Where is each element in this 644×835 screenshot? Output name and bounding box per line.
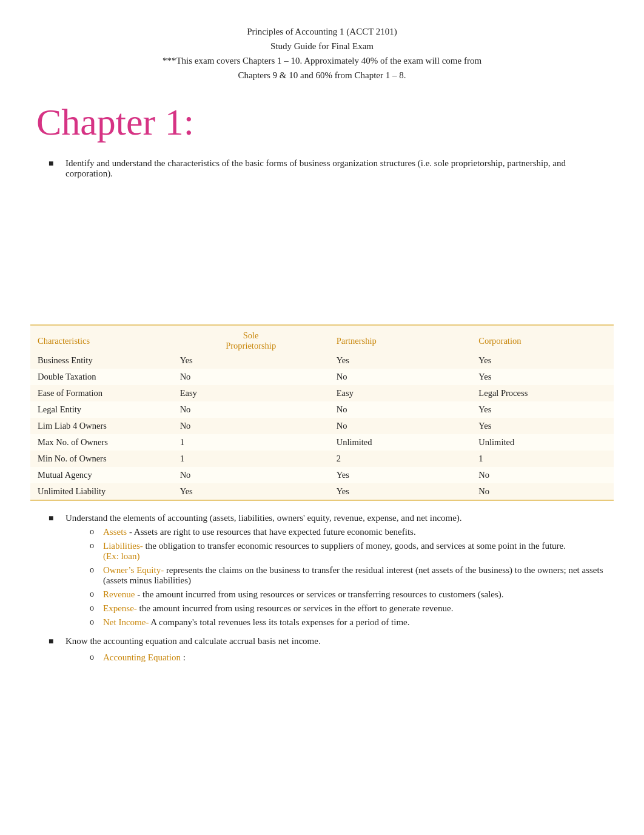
sub-bullet-item-1: oLiabilities- the obligation to transfer… bbox=[90, 541, 608, 562]
bullet-2-item: ■ Understand the elements of accounting … bbox=[49, 513, 608, 630]
sub-bullet-symbol-1: o bbox=[90, 541, 103, 551]
table-row: Max No. of Owners1UnlimitedUnlimited bbox=[30, 434, 614, 451]
row-partnership: No bbox=[329, 401, 472, 418]
sub-bullet-exloan-1: (Ex: loan) bbox=[103, 551, 139, 561]
bullet-2-intro: Understand the elements of accounting (a… bbox=[65, 513, 462, 523]
sub-bullet-suffix-0: - Assets are right to use resources that… bbox=[127, 527, 416, 537]
characteristics-table-wrapper: Characteristics Sole Proprietorship Part… bbox=[30, 324, 614, 501]
sub-bullet-symbol-5: o bbox=[90, 617, 103, 627]
bullet-1-item: ■ Identify and understand the characteri… bbox=[49, 158, 608, 179]
sub-bullet-body-4: the amount incurred from using resources… bbox=[137, 603, 454, 613]
sub-bullet-text-2: Owner’s Equity- represents the claims on… bbox=[103, 565, 608, 586]
sub-bullet-body-1: the obligation to transfer economic reso… bbox=[143, 541, 566, 551]
row-partnership: 2 bbox=[329, 451, 472, 467]
col-header-sole: Sole Proprietorship bbox=[173, 326, 329, 352]
bullet-3-item: ■ Know the accounting equation and calcu… bbox=[49, 636, 608, 646]
spacer bbox=[36, 185, 608, 306]
row-label: Mutual Agency bbox=[30, 467, 173, 483]
header-line1: Principles of Accounting 1 (ACCT 2101) bbox=[36, 24, 608, 39]
row-partnership: Yes bbox=[329, 467, 472, 483]
sub-bullet-text-1: Liabilities- the obligation to transfer … bbox=[103, 541, 608, 562]
row-label: Legal Entity bbox=[30, 401, 173, 418]
row-corporation: Yes bbox=[471, 352, 614, 369]
header-line4: Chapters 9 & 10 and 60% from Chapter 1 –… bbox=[36, 68, 608, 82]
sub-bullet-label-3: Revenue bbox=[103, 589, 135, 599]
bullet-3-text: Know the accounting equation and calcula… bbox=[65, 636, 608, 646]
row-corporation: 1 bbox=[471, 451, 614, 467]
sub-bullet-label-5: Net Income- bbox=[103, 617, 149, 627]
row-label: Unlimited Liability bbox=[30, 483, 173, 500]
bullet-2-symbol: ■ bbox=[49, 514, 65, 523]
table-row: Business EntityYesYesYes bbox=[30, 352, 614, 369]
sub-bullet-label-2: Owner’s Equity- bbox=[103, 565, 164, 575]
accounting-equation-text: Accounting Equation : bbox=[103, 652, 608, 663]
row-partnership: No bbox=[329, 369, 472, 385]
row-sole: No bbox=[173, 369, 329, 385]
row-sole: Yes bbox=[173, 352, 329, 369]
row-corporation: Yes bbox=[471, 369, 614, 385]
row-corporation: No bbox=[471, 483, 614, 500]
sub-bullet-text-5: Net Income- A company's total revenues l… bbox=[103, 617, 608, 628]
sub-bullet-label-0: Assets bbox=[103, 527, 127, 537]
row-label: Ease of Formation bbox=[30, 385, 173, 401]
sub-bullet-symbol-0: o bbox=[90, 527, 103, 537]
sub-bullet-label-1: Liabilities- bbox=[103, 541, 143, 551]
row-corporation: Legal Process bbox=[471, 385, 614, 401]
sub-bullet-item-2: oOwner’s Equity- represents the claims o… bbox=[90, 565, 608, 586]
table-row: Ease of FormationEasyEasyLegal Process bbox=[30, 385, 614, 401]
chapter-title: Chapter 1: bbox=[36, 101, 608, 144]
col-header-corporation: Corporation bbox=[471, 326, 614, 352]
sub-bullet-symbol-4: o bbox=[90, 603, 103, 613]
row-sole: 1 bbox=[173, 434, 329, 451]
row-sole: Yes bbox=[173, 483, 329, 500]
sub-bullet-symbol-2: o bbox=[90, 565, 103, 575]
header-line3: ***This exam covers Chapters 1 – 10. App… bbox=[36, 53, 608, 68]
accounting-equation-suffix: : bbox=[181, 652, 186, 662]
row-sole: No bbox=[173, 467, 329, 483]
accounting-equation-label: Accounting Equation bbox=[103, 652, 181, 662]
accounting-equation-subbullet: o Accounting Equation : bbox=[90, 652, 608, 663]
header-line2: Study Guide for Final Exam bbox=[36, 39, 608, 53]
row-corporation: Yes bbox=[471, 418, 614, 434]
bullet-2-text: Understand the elements of accounting (a… bbox=[65, 513, 608, 630]
table-row: Min No. of Owners121 bbox=[30, 451, 614, 467]
bullet-1-section: ■ Identify and understand the characteri… bbox=[49, 158, 608, 179]
row-corporation: Yes bbox=[471, 401, 614, 418]
row-partnership: Yes bbox=[329, 352, 472, 369]
row-sole: No bbox=[173, 418, 329, 434]
row-sole: Easy bbox=[173, 385, 329, 401]
row-sole: No bbox=[173, 401, 329, 418]
table-row: Mutual AgencyNoYesNo bbox=[30, 467, 614, 483]
row-sole: 1 bbox=[173, 451, 329, 467]
sub-bullets-container: oAssets - Assets are right to use resour… bbox=[65, 527, 608, 628]
sub-bullet-text-4: Expense- the amount incurred from using … bbox=[103, 603, 608, 614]
row-corporation: Unlimited bbox=[471, 434, 614, 451]
row-partnership: Yes bbox=[329, 483, 472, 500]
sub-bullet-suffix-3: - the amount incurred from using resourc… bbox=[135, 589, 503, 599]
row-label: Business Entity bbox=[30, 352, 173, 369]
table-row: Lim Liab 4 OwnersNoNoYes bbox=[30, 418, 614, 434]
sub-bullet-label-4: Expense- bbox=[103, 603, 137, 613]
row-corporation: No bbox=[471, 467, 614, 483]
bullet-3-section: ■ Know the accounting equation and calcu… bbox=[49, 636, 608, 663]
sub-bullet-item-3: oRevenue - the amount incurred from usin… bbox=[90, 589, 608, 600]
row-label: Min No. of Owners bbox=[30, 451, 173, 467]
sub-bullet-body-2: represents the claims on the business to… bbox=[103, 565, 603, 585]
sub-bullet-3-symbol: o bbox=[90, 652, 103, 662]
bullet-3-symbol: ■ bbox=[49, 637, 65, 646]
sub-bullet-text-3: Revenue - the amount incurred from using… bbox=[103, 589, 608, 600]
row-label: Lim Liab 4 Owners bbox=[30, 418, 173, 434]
sub-bullet-item-0: oAssets - Assets are right to use resour… bbox=[90, 527, 608, 537]
row-label: Double Taxation bbox=[30, 369, 173, 385]
bullet-2-section: ■ Understand the elements of accounting … bbox=[49, 513, 608, 630]
sub-bullet-symbol-3: o bbox=[90, 589, 103, 599]
bullet-1-text: Identify and understand the characterist… bbox=[65, 158, 608, 179]
row-partnership: No bbox=[329, 418, 472, 434]
table-row: Unlimited LiabilityYesYesNo bbox=[30, 483, 614, 500]
col-header-partnership: Partnership bbox=[329, 326, 472, 352]
table-body: Business EntityYesYesYesDouble TaxationN… bbox=[30, 352, 614, 500]
table-row: Double TaxationNoNoYes bbox=[30, 369, 614, 385]
table-row: Legal EntityNoNoYes bbox=[30, 401, 614, 418]
row-label: Max No. of Owners bbox=[30, 434, 173, 451]
col-header-characteristics: Characteristics bbox=[30, 326, 173, 352]
